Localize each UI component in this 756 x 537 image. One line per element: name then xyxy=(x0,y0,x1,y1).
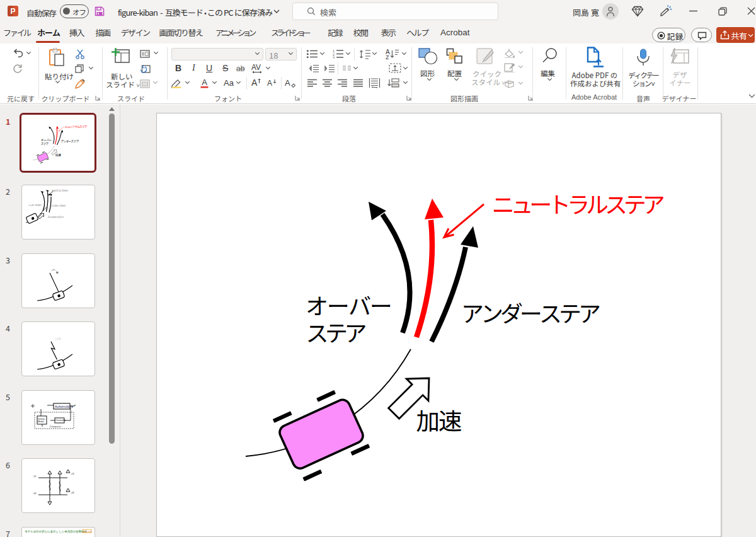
svg-text:AV: AV xyxy=(251,64,261,72)
svg-text:Z: Z xyxy=(386,54,389,59)
svg-text:Under steer: Under steer xyxy=(51,204,66,207)
svg-text:Over steer: Over steer xyxy=(28,203,42,207)
svg-text:J2: J2 xyxy=(33,492,37,495)
svg-text:Computer: Computer xyxy=(50,424,62,428)
svg-text:A: A xyxy=(202,78,207,87)
svg-text:n: n xyxy=(56,270,59,275)
svg-text:熊本大学: 熊本大学 xyxy=(83,530,93,533)
svg-text:Controller: Controller xyxy=(55,419,66,422)
svg-text:Acceleration: Acceleration xyxy=(48,215,64,219)
svg-text:A: A xyxy=(251,78,258,88)
svg-text:モデル追従の遅れに着目とした車両脱の挙動解析: モデル追従の遅れに着目とした車両脱の挙動解析 xyxy=(25,529,88,534)
svg-text:P: P xyxy=(10,7,15,16)
svg-text:J4: J4 xyxy=(71,491,74,494)
svg-text:Model: Model xyxy=(38,420,44,423)
svg-text:Neutral steer: Neutral steer xyxy=(52,188,69,192)
svg-text:J1: J1 xyxy=(33,475,36,478)
svg-text:A: A xyxy=(285,78,290,88)
svg-text:A: A xyxy=(267,79,272,88)
svg-text:げき: げき xyxy=(55,337,61,340)
svg-text:3: 3 xyxy=(333,56,335,59)
svg-text:J3: J3 xyxy=(71,472,74,475)
